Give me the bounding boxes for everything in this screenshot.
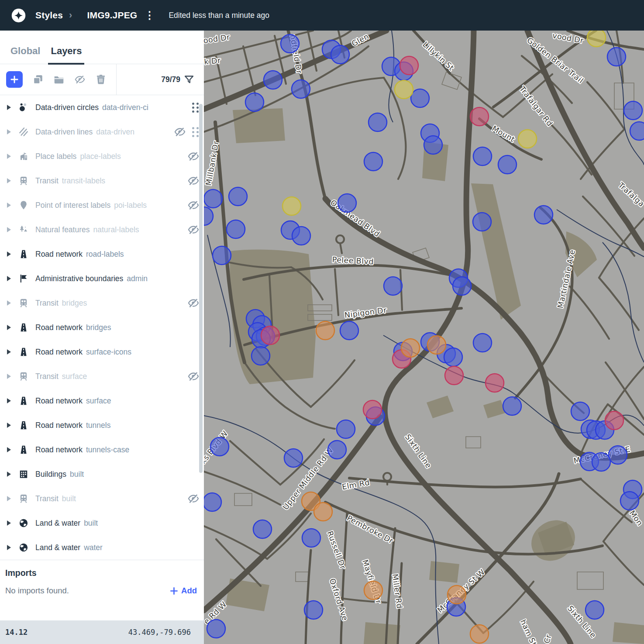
kebab-menu-icon[interactable]: ⋮: [144, 12, 155, 18]
layer-row-bridges[interactable]: Road networkbridges: [0, 315, 204, 340]
layer-expand-caret-icon[interactable]: [7, 398, 11, 403]
layer-expand-caret-icon[interactable]: [7, 251, 11, 257]
data-point-circle[interactable]: [363, 400, 382, 419]
layer-expand-caret-icon[interactable]: [7, 178, 11, 183]
data-point-circle[interactable]: [470, 107, 489, 126]
data-point-circle[interactable]: [427, 336, 446, 354]
data-point-circle[interactable]: [229, 187, 247, 206]
data-point-circle[interactable]: [364, 152, 382, 171]
data-point-circle[interactable]: [605, 411, 623, 430]
tab-layers[interactable]: Layers: [45, 45, 87, 64]
data-point-circle[interactable]: [207, 620, 225, 638]
data-point-circle[interactable]: [503, 397, 521, 415]
eye-off-icon[interactable]: [187, 492, 200, 505]
layer-expand-caret-icon[interactable]: [7, 105, 11, 110]
breadcrumb-styles[interactable]: Styles: [35, 10, 63, 21]
map-svg[interactable]: ood Drk Drndfield DrGlenLillykin Stvood …: [204, 31, 644, 644]
data-point-circle[interactable]: [282, 197, 301, 215]
mapbox-studio-logo[interactable]: [10, 7, 27, 24]
data-point-circle[interactable]: [470, 625, 489, 643]
layer-row-transit-labels[interactable]: Transittransit-labels: [0, 169, 204, 193]
eye-off-icon[interactable]: [187, 199, 200, 211]
data-point-circle[interactable]: [630, 122, 644, 140]
data-point-circle[interactable]: [204, 493, 221, 511]
data-point-circle[interactable]: [331, 45, 349, 64]
data-point-circle[interactable]: [453, 277, 471, 295]
data-point-circle[interactable]: [571, 402, 589, 420]
data-point-circle[interactable]: [328, 441, 346, 459]
layer-row-data-driven-ci[interactable]: Data-driven circlesdata-driven-ci: [0, 95, 204, 120]
eye-off-icon[interactable]: [187, 150, 200, 162]
eye-off-icon[interactable]: [174, 126, 186, 138]
layer-row-built[interactable]: Buildingsbuilt: [0, 462, 204, 486]
duplicate-layer-icon[interactable]: [32, 74, 44, 85]
layer-expand-caret-icon[interactable]: [7, 374, 11, 379]
layer-row-tunnels[interactable]: Road networktunnels: [0, 413, 204, 437]
layer-row-bridges[interactable]: Transitbridges: [0, 291, 204, 315]
data-point-circle[interactable]: [401, 339, 420, 357]
data-point-circle[interactable]: [424, 136, 442, 154]
data-point-circle[interactable]: [227, 220, 245, 238]
layer-row-built[interactable]: Land & waterbuilt: [0, 511, 204, 535]
data-point-circle[interactable]: [302, 529, 320, 547]
layer-row-poi-labels[interactable]: Point of interest labelspoi-labels: [0, 193, 204, 217]
layer-expand-caret-icon[interactable]: [7, 300, 11, 306]
eye-off-icon[interactable]: [187, 224, 200, 236]
data-point-circle[interactable]: [624, 101, 642, 120]
data-point-circle[interactable]: [316, 321, 334, 340]
data-point-circle[interactable]: [620, 492, 639, 510]
data-point-circle[interactable]: [284, 449, 303, 467]
layer-expand-caret-icon[interactable]: [7, 203, 11, 208]
layer-expand-caret-icon[interactable]: [7, 227, 11, 232]
data-point-circle[interactable]: [314, 503, 332, 521]
layer-row-road-labels[interactable]: Road networkroad-labels: [0, 242, 204, 266]
data-point-circle[interactable]: [292, 227, 310, 245]
data-point-circle[interactable]: [251, 347, 270, 365]
data-point-circle[interactable]: [498, 155, 517, 174]
data-point-circle[interactable]: [264, 71, 282, 89]
data-point-circle[interactable]: [473, 334, 492, 352]
eye-off-icon[interactable]: [187, 175, 200, 187]
add-layer-button[interactable]: [6, 71, 23, 88]
delete-layer-trash-icon[interactable]: [95, 74, 107, 85]
layer-row-surface[interactable]: Road networksurface: [0, 389, 204, 413]
data-point-circle[interactable]: [486, 374, 504, 392]
layer-expand-caret-icon[interactable]: [7, 154, 11, 159]
layer-row-surface-icons[interactable]: Road networksurface-icons: [0, 340, 204, 364]
layer-expand-caret-icon[interactable]: [7, 520, 11, 526]
data-point-circle[interactable]: [292, 80, 310, 98]
data-point-circle[interactable]: [364, 581, 382, 599]
data-point-circle[interactable]: [304, 601, 323, 619]
layer-row-tunnels-case[interactable]: Road networktunnels-case: [0, 437, 204, 462]
layer-expand-caret-icon[interactable]: [7, 325, 11, 330]
data-point-circle[interactable]: [395, 80, 413, 99]
data-point-circle[interactable]: [587, 31, 606, 47]
data-point-circle[interactable]: [400, 56, 418, 75]
data-point-circle[interactable]: [448, 585, 466, 604]
data-point-circle[interactable]: [245, 93, 264, 111]
map-canvas[interactable]: ood Drk Drndfield DrGlenLillykin Stvood …: [204, 31, 644, 644]
data-point-circle[interactable]: [473, 147, 492, 165]
add-import-button[interactable]: Add: [170, 586, 197, 596]
data-point-circle[interactable]: [340, 321, 358, 340]
eye-off-icon[interactable]: [187, 370, 200, 382]
layer-row-built[interactable]: Transitbuilt: [0, 486, 204, 511]
drag-handle[interactable]: [192, 127, 199, 137]
drag-handle[interactable]: [192, 103, 199, 113]
data-point-circle[interactable]: [281, 34, 299, 53]
data-point-circle[interactable]: [534, 206, 553, 224]
data-point-circle[interactable]: [411, 89, 429, 107]
data-point-circle[interactable]: [585, 601, 604, 619]
filter-layers-icon[interactable]: [184, 74, 194, 85]
tab-global[interactable]: Global: [5, 45, 45, 64]
group-layers-folder-icon[interactable]: [53, 74, 65, 85]
layer-expand-caret-icon[interactable]: [7, 276, 11, 281]
data-point-circle[interactable]: [445, 366, 463, 385]
data-point-circle[interactable]: [609, 446, 627, 464]
eye-off-icon[interactable]: [187, 297, 200, 309]
layer-expand-caret-icon[interactable]: [7, 423, 11, 428]
sidebar-scrollbar[interactable]: [199, 104, 203, 473]
data-point-circle[interactable]: [444, 348, 462, 366]
layer-expand-caret-icon[interactable]: [7, 129, 11, 134]
data-point-circle[interactable]: [261, 326, 279, 344]
